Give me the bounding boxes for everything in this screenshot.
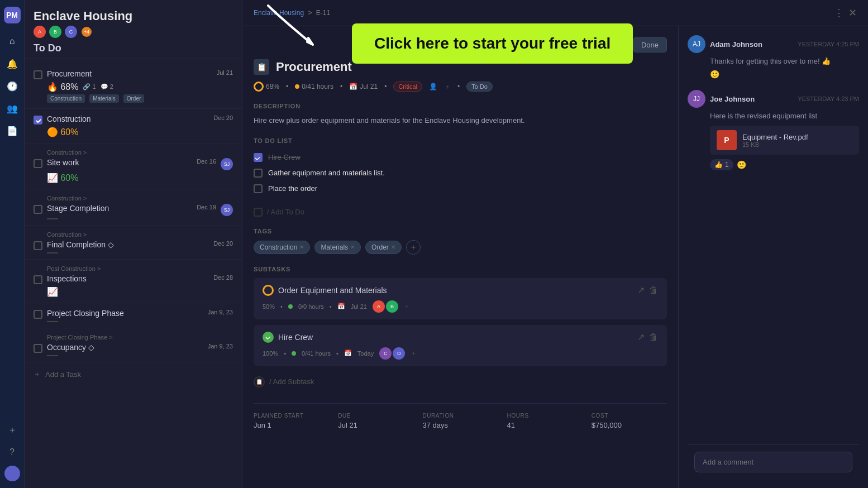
add-tag-button[interactable]: ＋ <box>406 240 421 255</box>
tags-label: TAGS <box>254 228 667 235</box>
task-item-occupancy[interactable]: Project Closing Phase > Occupancy ◇ Jan … <box>25 328 242 362</box>
tag-remove-materials[interactable]: ✕ <box>350 244 355 250</box>
task-progress-procurement: 🔥 68% <box>47 82 78 92</box>
task-name-construction: Construction <box>47 114 209 123</box>
avatar-sitework: SJ <box>221 158 233 170</box>
home-icon[interactable]: ⌂ <box>3 32 21 50</box>
attachment-details: Equipment - Rev.pdf 15 KB <box>742 133 808 148</box>
comment-input-area <box>688 444 859 479</box>
todo-check-1[interactable] <box>254 169 263 178</box>
plus-icon: ＋ <box>34 369 41 379</box>
breadcrumb-project[interactable]: Enclave Housing <box>254 9 304 17</box>
bell-icon[interactable]: 🔔 <box>3 55 21 73</box>
clock-icon[interactable]: 🕐 <box>3 77 21 95</box>
task-checkbox-occupancy[interactable] <box>34 344 42 353</box>
comment-item-1: JJ Joe Johnson YESTERDAY 4:23 PM Here is… <box>688 90 859 170</box>
subtask-delete-0[interactable]: 🗑 <box>649 285 658 295</box>
add-subtask-icon: 📋 <box>254 376 265 387</box>
reaction-thumbs-0[interactable]: 👍 1 <box>710 159 733 170</box>
comment-input[interactable] <box>694 452 852 472</box>
docs-icon[interactable]: 📄 <box>3 122 21 140</box>
priority-badge[interactable]: Critical <box>393 82 422 92</box>
attachment-size-0: 15 KB <box>742 141 808 148</box>
task-item-closing[interactable]: Project Closing Phase Jan 9, 23 <box>25 303 242 328</box>
add-task-button[interactable]: ＋ Add a Task <box>25 362 242 386</box>
field-value-1: Jul 21 <box>338 421 413 429</box>
meta-date: 📅 Jul 21 <box>349 83 378 90</box>
subtask-pct-0: 50% <box>263 303 275 310</box>
task-item-final[interactable]: Construction > Final Completion ◇ Dec 20 <box>25 226 242 260</box>
more-icon[interactable]: ⋮ <box>834 7 844 19</box>
tags-row: Construction ✕ Materials ✕ Order ✕ ＋ <box>254 240 667 255</box>
todo-label: TO DO LIST <box>254 137 667 144</box>
detail-main: Done 📋 Procurement 68% • 0/41 hours • <box>242 26 678 488</box>
todo-check-0[interactable] <box>254 153 263 162</box>
add-subtask-button[interactable]: 📋 / Add Subtask <box>254 372 667 392</box>
subtask-pct-1: 100% <box>263 350 278 357</box>
meta-progress: 68% <box>254 82 279 92</box>
task-checkbox-construction[interactable] <box>34 116 42 125</box>
task-checkbox-closing[interactable] <box>34 310 42 319</box>
avatar-2: B <box>49 26 61 38</box>
status-badge[interactable]: To Do <box>466 82 493 92</box>
task-date-closing: Jan 9, 23 <box>208 309 233 315</box>
dot-orange <box>295 84 299 89</box>
trial-banner[interactable]: Click here to start your free trial <box>352 23 633 64</box>
due-date-value: Jul 21 <box>360 83 378 90</box>
task-item-stage[interactable]: Construction > Stage Completion Dec 19 S… <box>25 189 242 226</box>
task-checkbox-inspections[interactable] <box>34 275 42 284</box>
todo-item-1: Gather equipment and materials list. <box>254 165 667 181</box>
tag-remove-construction[interactable]: ✕ <box>299 244 304 250</box>
sublabel-occupancy: Project Closing Phase > <box>47 334 233 341</box>
add-assign-icon[interactable]: ＋ <box>444 82 451 92</box>
todo-list: Hire Crew Gather equipment and materials… <box>254 150 667 197</box>
comment-avatar-1: JJ <box>688 90 705 108</box>
task-name-final: Final Completion ◇ <box>47 240 209 249</box>
add-todo-check <box>254 208 263 217</box>
users-icon[interactable]: 👥 <box>3 99 21 117</box>
comment-item-0: AJ Adam Johnson YESTERDAY 4:25 PM Thanks… <box>688 35 859 79</box>
subtask-hours-1: 0/41 hours <box>302 350 331 357</box>
done-button[interactable]: Done <box>633 37 667 52</box>
emoji-icon-1[interactable]: 🙂 <box>737 160 746 169</box>
task-item-construction[interactable]: Construction Dec 20 🟠 60% <box>25 109 242 143</box>
subtask-open-0[interactable]: ↗ <box>637 285 645 295</box>
task-checkbox-final[interactable] <box>34 241 42 250</box>
emoji-icon-0[interactable]: 🙂 <box>710 70 719 79</box>
todo-text-2: Place the order <box>268 184 317 193</box>
task-item-procurement[interactable]: Procurement Jul 21 🔥 68% 🔗 1 💬 2 Constru… <box>25 64 242 109</box>
task-item-sitework[interactable]: Construction > Site work Dec 16 SJ 📈 60% <box>25 143 242 189</box>
question-icon[interactable]: ? <box>3 443 21 461</box>
assign-icon[interactable]: 👤 <box>429 83 437 90</box>
field-duration: DURATION 37 days <box>422 413 498 429</box>
avatar-3: C <box>65 26 77 38</box>
task-name-stage: Stage Completion <box>47 204 192 213</box>
attachment-icon-0: P <box>717 130 737 150</box>
todo-check-2[interactable] <box>254 184 263 193</box>
comment-emoji-0: 🙂 <box>710 70 859 79</box>
tag-remove-order[interactable]: ✕ <box>391 244 395 250</box>
subtask-delete-1[interactable]: 🗑 <box>649 332 658 342</box>
task-date-final: Dec 20 <box>213 240 233 247</box>
avatar-stage: SJ <box>221 204 233 216</box>
close-icon[interactable]: ✕ <box>848 7 857 19</box>
field-label-3: HOURS <box>507 413 583 419</box>
stage-dash <box>47 218 58 219</box>
subtask-avatar-1a: C <box>379 347 392 360</box>
subtask-add-assign-1[interactable]: ＋ <box>411 349 417 357</box>
user-avatar[interactable] <box>4 466 20 481</box>
plus-circle-icon[interactable]: ＋ <box>3 421 21 439</box>
add-todo-button[interactable]: / Add To Do <box>254 205 667 219</box>
subtask-add-assign-0[interactable]: ＋ <box>404 302 410 310</box>
field-value-0: Jun 1 <box>254 421 329 429</box>
task-checkbox-sitework[interactable] <box>34 159 42 168</box>
task-checkbox-stage[interactable] <box>34 205 42 214</box>
progress-circle <box>254 82 264 92</box>
task-item-inspections[interactable]: Post Construction > Inspections Dec 28 📈 <box>25 260 242 303</box>
subtask-open-1[interactable]: ↗ <box>637 332 645 342</box>
comment-author-0: Adam Johnson <box>710 40 793 49</box>
reaction-row-0: 👍 1 🙂 <box>710 159 859 170</box>
todo-text-0: Hire Crew <box>268 153 301 161</box>
task-checkbox-procurement[interactable] <box>34 70 42 79</box>
icon-sidebar: PM ⌂ 🔔 🕐 👥 📄 ＋ ? <box>0 0 25 488</box>
